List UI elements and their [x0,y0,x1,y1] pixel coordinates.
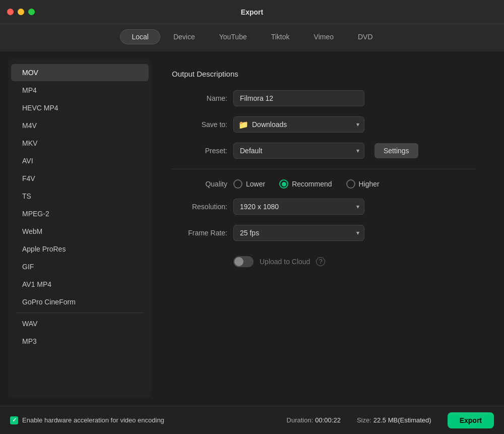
section-title: Output Descriptions [172,70,476,78]
title-bar: Export [0,0,504,24]
format-sidebar: MOV MP4 HEVC MP4 M4V MKV AVI F4V TS MPEG… [8,59,152,398]
preset-row: Preset: Default High Quality Low Quality… [172,143,476,159]
name-input[interactable] [233,90,364,106]
resolution-row: Resolution: 1920 x 1080 3840 x 2160 2560… [172,199,476,215]
sidebar-item-m4v[interactable]: M4V [11,117,149,134]
window-controls [7,9,35,15]
maximize-button[interactable] [28,9,35,15]
resolution-label: Resolution: [172,203,227,211]
quality-recommend-radio[interactable] [279,179,288,189]
frame-rate-select-wrapper: 25 fps 23.98 fps 24 fps 29.97 fps 30 fps… [233,225,364,241]
duration-value: 00:00:22 [315,416,341,424]
duration-info: Duration: 00:00:22 [287,416,341,424]
sidebar-item-mov[interactable]: MOV [11,64,149,81]
sidebar-item-av1-mp4[interactable]: AV1 MP4 [11,276,149,293]
tab-tiktok[interactable]: Tiktok [260,30,301,44]
sidebar-item-wav[interactable]: WAV [11,315,149,332]
form-divider [172,169,476,169]
resolution-select[interactable]: 1920 x 1080 3840 x 2160 2560 x 1440 1280… [233,199,364,215]
sidebar-item-gif[interactable]: GIF [11,258,149,275]
frame-rate-label: Frame Rate: [172,229,227,237]
save-to-label: Save to: [172,120,227,129]
settings-button[interactable]: Settings [374,143,418,158]
sidebar-item-webm[interactable]: WebM [11,223,149,240]
save-to-wrapper: 📁 Downloads Desktop Documents ▾ [233,116,364,133]
quality-lower-label: Lower [246,180,265,188]
sidebar-item-avi[interactable]: AVI [11,152,149,169]
resolution-select-wrapper: 1920 x 1080 3840 x 2160 2560 x 1440 1280… [233,199,364,215]
quality-higher-option[interactable]: Higher [346,179,380,189]
sidebar-item-mpeg2[interactable]: MPEG-2 [11,205,149,222]
hardware-acceleration-wrapper: ✓ Enable hardware acceleration for video… [10,416,164,424]
sidebar-item-apple-prores[interactable]: Apple ProRes [11,240,149,258]
frame-rate-select[interactable]: 25 fps 23.98 fps 24 fps 29.97 fps 30 fps… [233,225,364,241]
quality-higher-radio[interactable] [346,179,355,189]
sidebar-item-f4v[interactable]: F4V [11,170,149,187]
sidebar-item-gopro-cineform[interactable]: GoPro CineForm [11,293,149,311]
quality-label: Quality [172,180,227,188]
quality-recommend-option[interactable]: Recommend [279,179,332,189]
size-value: 22.5 MB(Estimated) [373,416,431,424]
upload-help-icon[interactable]: ? [316,257,325,266]
quality-row: Quality Lower Recommend Higher [172,179,476,189]
size-info: Size: 22.5 MB(Estimated) [357,416,431,424]
window-title: Export [241,8,263,16]
sidebar-item-mp3[interactable]: MP3 [11,333,149,350]
main-content: MOV MP4 HEVC MP4 M4V MKV AVI F4V TS MPEG… [0,51,504,406]
bottom-bar: ✓ Enable hardware acceleration for video… [0,406,504,434]
quality-lower-radio[interactable] [233,179,242,189]
save-to-select[interactable]: Downloads Desktop Documents [233,116,364,133]
frame-rate-row: Frame Rate: 25 fps 23.98 fps 24 fps 29.9… [172,225,476,241]
upload-row: Upload to Cloud ? [172,256,476,267]
preset-label: Preset: [172,147,227,155]
quality-recommend-inner [282,182,286,187]
toggle-knob [234,257,243,266]
sidebar-item-ts[interactable]: TS [11,188,149,205]
name-label: Name: [172,94,227,102]
tab-local[interactable]: Local [120,29,160,44]
minimize-button[interactable] [18,9,24,15]
close-button[interactable] [7,9,14,15]
tab-vimeo[interactable]: Vimeo [303,30,345,44]
sidebar-item-mp4[interactable]: MP4 [11,82,149,99]
save-to-row: Save to: 📁 Downloads Desktop Documents ▾ [172,116,476,133]
sidebar-divider [16,313,144,313]
preset-select-wrapper: Default High Quality Low Quality ▾ [233,143,364,159]
preset-select[interactable]: Default High Quality Low Quality [233,143,364,159]
quality-recommend-label: Recommend [292,180,332,188]
quality-higher-label: Higher [359,180,380,188]
tab-bar: Local Device YouTube Tiktok Vimeo DVD [0,24,504,51]
size-label: Size: [357,416,371,424]
quality-options: Lower Recommend Higher [233,179,380,189]
tab-device[interactable]: Device [162,30,206,44]
export-button[interactable]: Export [448,412,494,428]
duration-label: Duration: [287,416,313,424]
sidebar-item-hevc-mp4[interactable]: HEVC MP4 [11,99,149,116]
name-row: Name: [172,90,476,106]
tab-youtube[interactable]: YouTube [208,30,258,44]
sidebar-item-mkv[interactable]: MKV [11,135,149,152]
upload-toggle[interactable] [233,256,254,267]
hardware-acceleration-label: Enable hardware acceleration for video e… [22,416,164,424]
output-panel: Output Descriptions Name: Save to: 📁 Dow… [152,59,496,398]
quality-lower-option[interactable]: Lower [233,179,265,189]
upload-label: Upload to Cloud [260,258,310,266]
hardware-acceleration-checkbox[interactable]: ✓ [10,416,18,424]
tab-dvd[interactable]: DVD [347,30,384,44]
checkmark-icon: ✓ [12,417,17,423]
